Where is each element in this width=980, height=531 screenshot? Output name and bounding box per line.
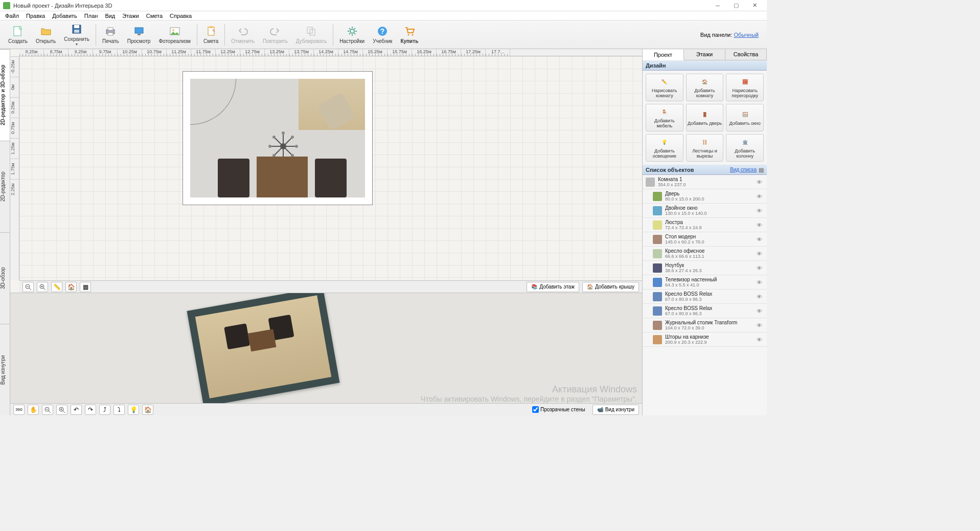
home-3d-button[interactable]: 🏠	[142, 405, 153, 415]
orbit-360-button[interactable]: 360	[13, 405, 25, 415]
object-list-item[interactable]: Двойное окно130.0 x 15.0 x 140.0👁	[643, 204, 767, 218]
menu-file[interactable]: Файл	[2, 12, 22, 19]
svg-point-31	[268, 145, 271, 148]
visibility-toggle[interactable]: 👁	[757, 265, 764, 271]
object-dimensions: 67.0 x 80.9 x 86.3	[665, 311, 754, 316]
pan-3d-button[interactable]: ✋	[28, 405, 39, 415]
canvas-2d[interactable]	[19, 56, 642, 280]
rtab-floors[interactable]: Этажи	[684, 49, 725, 60]
toolbar-print[interactable]: Печать	[98, 24, 123, 45]
vtab-2d[interactable]: 2D-редактор	[0, 141, 10, 232]
transparent-walls-checkbox[interactable]: Прозрачные стены	[532, 406, 585, 413]
visibility-toggle[interactable]: 👁	[757, 208, 764, 214]
home-2d-button[interactable]: 🏠	[65, 282, 77, 292]
menu-view[interactable]: Вид	[102, 12, 118, 19]
object-list-item[interactable]: Дверь80.0 x 15.0 x 200.0👁	[643, 189, 767, 204]
object-list-item[interactable]: Кресло офисное66.6 x 66.6 x 113.1👁	[643, 247, 767, 261]
panel-mode-link[interactable]: Обычный	[734, 32, 759, 38]
svg-rect-12	[210, 26, 213, 28]
design-card[interactable]: 🏛️Добавить колонну	[726, 134, 764, 162]
object-list-item[interactable]: Стол модерн145.0 x 60.2 x 78.0👁	[643, 232, 767, 247]
visibility-toggle[interactable]: 👁	[757, 279, 764, 285]
minimize-button[interactable]: ─	[709, 1, 727, 11]
grid-2d-button[interactable]: ▦	[80, 282, 91, 292]
menu-floors[interactable]: Этажи	[119, 12, 142, 19]
toolbar-redo[interactable]: Повторить	[259, 24, 292, 45]
room-3d-view[interactable]	[187, 293, 340, 407]
zoom-in-2d-button[interactable]	[37, 282, 48, 292]
design-card[interactable]: 💡Добавить освещение	[646, 134, 683, 162]
duplicate-icon	[305, 25, 317, 37]
armchair-1-2d[interactable]	[218, 159, 249, 197]
visibility-toggle[interactable]: 👁	[757, 236, 764, 242]
vtab-2d3d[interactable]: 2D-редактор и 3D-обзор	[0, 49, 10, 141]
armchair-2-2d[interactable]	[315, 159, 347, 197]
object-list-item[interactable]: Кресло BOSS Relax67.0 x 80.9 x 86.3👁	[643, 304, 767, 318]
design-card[interactable]: 🪑Добавить мебель	[646, 104, 683, 131]
editor-2d[interactable]: 8.25м8.75м9.25м9.75м10.25м10.75м11.25м11…	[10, 49, 642, 293]
toolbar-estimate[interactable]: Смета	[199, 24, 222, 45]
measure-2d-button[interactable]: 📏	[51, 282, 62, 292]
visibility-toggle[interactable]: 👁	[757, 222, 764, 228]
maximize-button[interactable]: ▢	[727, 1, 745, 11]
object-list-item[interactable]: Ноутбук38.6 x 27.4 x 26.3👁	[643, 261, 767, 275]
toolbar-view[interactable]: Просмотр	[123, 24, 155, 45]
visibility-toggle[interactable]: 👁	[757, 322, 764, 328]
toolbar-settings[interactable]: Настройки	[335, 24, 369, 45]
toolbar-duplicate[interactable]: Дублировать	[292, 24, 331, 45]
rtab-properties[interactable]: Свойства	[725, 49, 767, 60]
toolbar-photorealism[interactable]: Фотореализм	[154, 24, 195, 45]
inside-view-button[interactable]: 📹Вид изнутри	[592, 405, 639, 415]
toolbar-open[interactable]: Открыть	[32, 24, 60, 45]
vtab-3d[interactable]: 3D-обзор	[0, 232, 10, 324]
object-list-item[interactable]: Журнальный столик Transform104.0 x 72.0 …	[643, 318, 767, 333]
object-list-item[interactable]: Телевизор настенный64.3 x 5.5 x 41.0👁	[643, 275, 767, 290]
zoom-out-2d-button[interactable]	[22, 282, 34, 292]
visibility-toggle[interactable]: 👁	[757, 193, 764, 200]
design-card[interactable]: 🚪Добавить дверь	[686, 104, 724, 131]
close-button[interactable]: ✕	[745, 1, 764, 11]
object-list-item[interactable]: Шторы на карнизе200.9 x 20.3 x 222.9👁	[643, 333, 767, 347]
add-roof-button[interactable]: 🏠Добавить крышу	[582, 282, 639, 292]
design-card[interactable]: 🏠Добавить комнату	[686, 74, 724, 101]
coffee-table-2d[interactable]	[257, 157, 308, 197]
zoom-out-3d-button[interactable]	[42, 405, 53, 415]
lighting-button[interactable]: 💡	[128, 405, 139, 415]
visibility-toggle[interactable]: 👁	[757, 251, 764, 257]
menubar: Файл Правка Добавить План Вид Этажи Смет…	[0, 11, 767, 20]
design-card[interactable]: 🪟Добавить окно	[726, 104, 764, 131]
visibility-toggle[interactable]: 👁	[757, 294, 764, 300]
menu-plan[interactable]: План	[81, 12, 101, 19]
menu-estimate[interactable]: Смета	[143, 12, 166, 19]
object-list-item[interactable]: Комната 1354.0 x 237.0👁	[643, 175, 767, 189]
rtab-project[interactable]: Проект	[643, 50, 684, 60]
visibility-toggle[interactable]: 👁	[757, 337, 764, 343]
toolbar-tutorial[interactable]: ? Учебник	[369, 24, 396, 45]
design-card[interactable]: ✏️Нарисовать комнату	[646, 74, 683, 101]
menu-help[interactable]: Справка	[167, 12, 195, 19]
list-view-icon[interactable]: ▤	[759, 165, 764, 175]
design-card[interactable]: 🧱Нарисовать перегородку	[726, 74, 764, 101]
tilt-down-button[interactable]: ⤵	[113, 405, 125, 415]
design-card-label: Нарисовать комнату	[647, 88, 682, 98]
object-list-item[interactable]: Люстра72.4 x 72.4 x 24.8👁	[643, 218, 767, 232]
view-list-link[interactable]: Вид списка	[730, 165, 757, 175]
add-floor-button[interactable]: 📚Добавить этаж	[527, 282, 579, 292]
toolbar-save[interactable]: Сохранить ▾	[60, 22, 94, 48]
toolbar-create[interactable]: Создать	[4, 24, 32, 45]
tilt-up-button[interactable]: ⤴	[99, 405, 110, 415]
zoom-in-3d-button[interactable]	[56, 405, 67, 415]
rotate-left-button[interactable]: ↶	[71, 405, 82, 415]
vtab-inside[interactable]: Вид изнутри	[0, 324, 10, 415]
visibility-toggle[interactable]: 👁	[757, 179, 764, 185]
toolbar-undo[interactable]: Отменить	[227, 24, 259, 45]
room-plan[interactable]	[183, 72, 372, 205]
menu-add[interactable]: Добавить	[49, 12, 80, 19]
menu-edit[interactable]: Правка	[23, 12, 48, 19]
design-card[interactable]: 🪜Лестницы и вырезы	[686, 134, 724, 162]
editor-3d[interactable]: Активация Windows Чтобы активировать Win…	[10, 293, 642, 415]
object-list-item[interactable]: Кресло BOSS Relax67.0 x 80.9 x 86.3👁	[643, 290, 767, 304]
rotate-right-button[interactable]: ↷	[85, 405, 96, 415]
visibility-toggle[interactable]: 👁	[757, 308, 764, 314]
toolbar-buy[interactable]: Купить	[396, 24, 422, 45]
